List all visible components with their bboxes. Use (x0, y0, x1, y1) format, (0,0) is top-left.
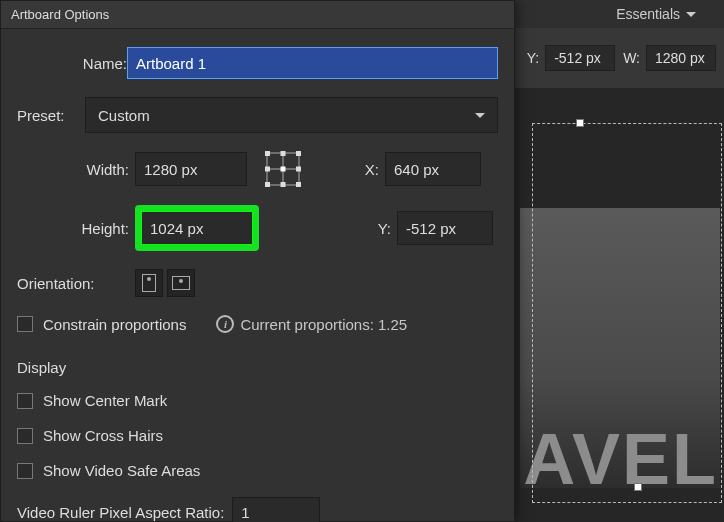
display-section-title: Display (17, 359, 498, 376)
chevron-down-icon (686, 12, 696, 17)
preset-label: Preset: (17, 107, 85, 124)
name-label: Name: (17, 55, 127, 72)
dialog-title: Artboard Options (1, 1, 514, 29)
constrain-proportions-label: Constrain proportions (43, 316, 186, 333)
info-icon: i (216, 315, 234, 333)
show-center-mark-label: Show Center Mark (43, 392, 167, 409)
width-input[interactable] (135, 152, 247, 186)
height-highlight (135, 205, 259, 251)
landscape-icon (172, 276, 190, 290)
constrain-proportions-checkbox[interactable] (17, 316, 33, 332)
prop-w-value[interactable]: 1280 px (646, 45, 716, 71)
y-input[interactable] (397, 211, 493, 245)
svg-rect-5 (296, 151, 301, 156)
prop-y-value[interactable]: -512 px (545, 45, 615, 71)
prop-w-label: W: (623, 50, 640, 66)
svg-rect-8 (296, 167, 301, 172)
y-label: Y: (361, 220, 397, 237)
selection-handle-bottom[interactable] (634, 483, 642, 491)
svg-rect-4 (281, 151, 286, 156)
orientation-label: Orientation: (17, 275, 135, 292)
video-ruler-input[interactable] (232, 497, 320, 522)
height-label: Height: (17, 220, 135, 237)
workspace-dropdown[interactable]: Essentials (616, 6, 696, 22)
preset-select[interactable]: Custom (85, 97, 498, 133)
svg-rect-3 (265, 151, 270, 156)
orientation-landscape-button[interactable] (167, 269, 195, 297)
show-cross-hairs-checkbox[interactable] (17, 428, 33, 444)
artboard-options-dialog: Artboard Options Name: Preset: Custom Wi… (0, 0, 515, 522)
svg-rect-10 (281, 182, 286, 187)
show-video-safe-areas-label: Show Video Safe Areas (43, 462, 200, 479)
name-input[interactable] (127, 47, 498, 79)
svg-rect-9 (265, 182, 270, 187)
orientation-portrait-button[interactable] (135, 269, 163, 297)
current-proportions-label: Current proportions: 1.25 (240, 316, 407, 333)
height-input[interactable] (141, 211, 253, 245)
video-ruler-label: Video Ruler Pixel Aspect Ratio: (17, 504, 224, 521)
preset-value: Custom (98, 107, 150, 124)
show-video-safe-areas-checkbox[interactable] (17, 463, 33, 479)
show-cross-hairs-label: Show Cross Hairs (43, 427, 163, 444)
svg-rect-7 (281, 167, 286, 172)
chevron-down-icon (475, 113, 485, 118)
selection-marquee (532, 123, 722, 503)
prop-y-label: Y: (527, 50, 539, 66)
svg-rect-6 (265, 167, 270, 172)
svg-rect-11 (296, 182, 301, 187)
workspace-label: Essentials (616, 6, 680, 22)
reference-point-grid[interactable] (265, 151, 301, 187)
show-center-mark-checkbox[interactable] (17, 393, 33, 409)
width-label: Width: (17, 161, 135, 178)
selection-handle-top[interactable] (576, 119, 584, 127)
x-label: X: (349, 161, 385, 178)
portrait-icon (142, 274, 156, 292)
x-input[interactable] (385, 152, 481, 186)
